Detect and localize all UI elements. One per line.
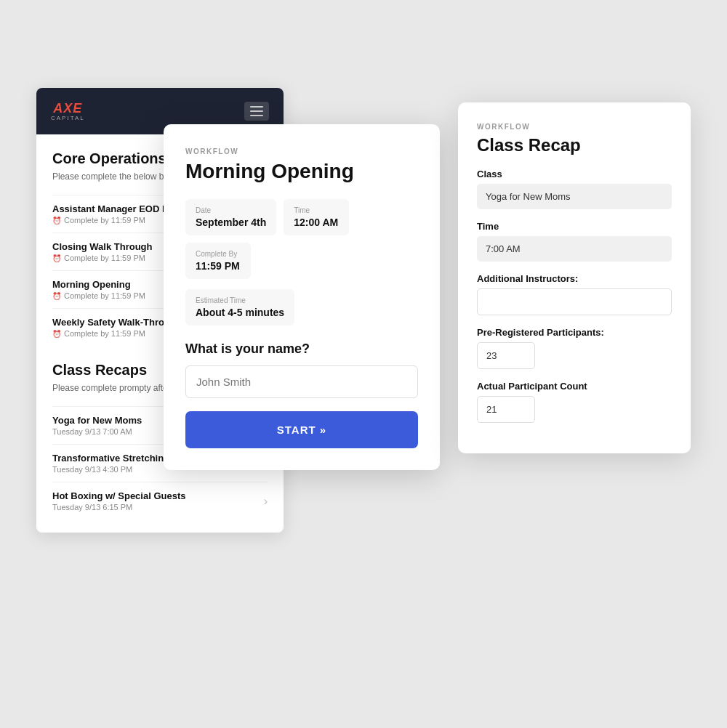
actual-count-group: Actual Participant Count <box>477 381 672 423</box>
time-value: 12:00 AM <box>294 217 339 228</box>
complete-by-value: 11:59 PM <box>196 260 241 272</box>
additional-instructors-input[interactable] <box>477 288 672 315</box>
name-question: What is your name? <box>185 341 418 357</box>
time-field-label: Time <box>477 221 672 232</box>
time-field-group: Time 7:00 AM <box>477 221 672 262</box>
chevron-right-icon: › <box>264 495 268 508</box>
hamburger-button[interactable] <box>244 102 269 121</box>
clock-icon <box>52 254 61 262</box>
class-sub: Tuesday 9/13 4:30 PM <box>52 465 169 474</box>
class-recap-title: Class Recap <box>477 135 672 155</box>
class-recap-panel: WORKFLOW Class Recap Class Yoga for New … <box>458 102 691 453</box>
additional-instructors-group: Additional Instructors: <box>477 273 672 315</box>
estimated-time-value: About 4-5 minutes <box>196 307 284 318</box>
actual-count-input[interactable] <box>477 396 535 423</box>
class-field-group: Class Yoga for New Moms <box>477 169 672 209</box>
clock-icon <box>52 291 61 300</box>
clock-icon <box>52 329 61 338</box>
date-box: Date September 4th <box>185 199 276 235</box>
additional-instructors-label: Additional Instructors: <box>477 273 672 284</box>
logo-text: AXE <box>53 101 82 116</box>
estimated-time-box: Estimated Time About 4-5 minutes <box>185 289 294 325</box>
axe-logo: AXE CAPITAL <box>51 101 85 121</box>
complete-by-box: Complete By 11:59 PM <box>185 243 251 279</box>
class-sub: Tuesday 9/13 6:15 PM <box>52 503 185 511</box>
recap-workflow-label: WORKFLOW <box>477 123 672 131</box>
workflow-label: WORKFLOW <box>185 147 418 155</box>
name-input[interactable] <box>185 365 418 398</box>
time-label: Time <box>294 206 339 214</box>
class-sub: Tuesday 9/13 7:00 AM <box>52 427 142 436</box>
class-field-label: Class <box>477 169 672 179</box>
date-value: September 4th <box>196 217 266 228</box>
class-field-value: Yoga for New Moms <box>477 184 672 209</box>
morning-opening-title: Morning Opening <box>185 160 418 183</box>
logo-sub: CAPITAL <box>51 115 85 121</box>
date-label: Date <box>196 206 266 214</box>
scene: AXE CAPITAL Core Operations Please compl… <box>36 66 691 662</box>
complete-by-label: Complete By <box>196 250 241 258</box>
pre-registered-label: Pre-Registered Participants: <box>477 327 672 338</box>
actual-count-label: Actual Participant Count <box>477 381 672 392</box>
pre-registered-input[interactable] <box>477 342 535 369</box>
class-title: Yoga for New Moms <box>52 415 142 426</box>
list-item[interactable]: Hot Boxing w/ Special Guests Tuesday 9/1… <box>52 482 268 519</box>
hamburger-line-2 <box>250 110 263 112</box>
class-title: Hot Boxing w/ Special Guests <box>52 490 185 501</box>
hamburger-line-1 <box>250 106 263 108</box>
class-title: Transformative Stretching <box>52 453 169 464</box>
clock-icon <box>52 216 61 225</box>
pre-registered-group: Pre-Registered Participants: <box>477 327 672 369</box>
start-button[interactable]: START » <box>185 411 418 448</box>
estimated-time-label: Estimated Time <box>196 296 284 304</box>
time-field-value: 7:00 AM <box>477 236 672 262</box>
morning-opening-panel: WORKFLOW Morning Opening Date September … <box>164 124 440 470</box>
time-box: Time 12:00 AM <box>284 199 349 235</box>
hamburger-line-3 <box>250 115 263 116</box>
info-boxes: Date September 4th Time 12:00 AM Complet… <box>185 199 418 279</box>
